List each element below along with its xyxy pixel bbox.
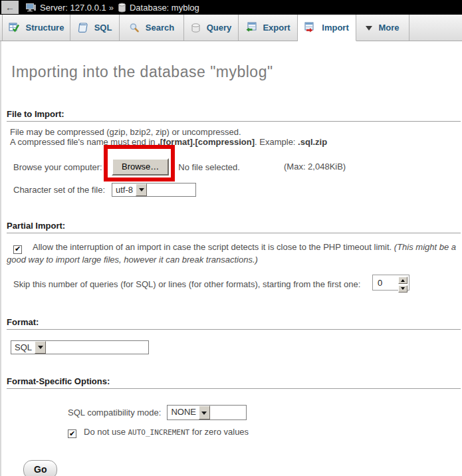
- help-line2-example: .sql.zip: [298, 137, 327, 147]
- go-button[interactable]: Go: [23, 460, 57, 476]
- tab-export[interactable]: Export: [239, 15, 298, 41]
- tab-label: Search: [146, 23, 174, 33]
- spinner-down-icon[interactable]: [398, 285, 407, 293]
- page-title: Importing into the database "myblog": [1, 41, 462, 81]
- tab-label: More: [378, 23, 399, 33]
- import-form: Importing into the database "myblog" Fil…: [0, 41, 462, 476]
- tab-more[interactable]: More: [356, 15, 409, 41]
- sql-compatibility-select[interactable]: NONE: [167, 405, 247, 420]
- section-heading-format: Format:: [7, 317, 461, 330]
- section-heading-file-to-import: File to Import:: [7, 109, 461, 122]
- tab-label: Query: [207, 23, 232, 33]
- tab-label: Import: [322, 23, 348, 33]
- query-icon: [191, 23, 201, 33]
- sql-compatibility-row: SQL compatibility mode: NONE: [1, 405, 462, 421]
- auto-increment-suffix: for zero values: [189, 427, 249, 437]
- allow-interruption-checkbox[interactable]: [13, 245, 22, 254]
- tab-label: SQL: [94, 23, 112, 33]
- format-select-row: SQL: [1, 340, 462, 354]
- help-line1: File may be compressed (gzip, bzip2, zip…: [10, 127, 241, 137]
- tab-structure[interactable]: Structure: [2, 15, 70, 41]
- tab-label: Export: [263, 23, 290, 33]
- browse-button[interactable]: Browse…: [112, 158, 169, 176]
- export-icon: [245, 22, 257, 33]
- breadcrumb-separator: »: [109, 3, 114, 13]
- tab-label: Structure: [26, 23, 64, 33]
- format-select[interactable]: SQL: [11, 340, 149, 354]
- auto-increment-prefix: Do not use: [84, 427, 128, 437]
- tab-navigation: Structure SQL Search: [0, 15, 462, 41]
- back-button[interactable]: ←: [1, 1, 19, 14]
- server-breadcrumb-bar: ← Server: 127.0.0.1 » Database: myblog: [0, 0, 462, 15]
- tab-import[interactable]: Import: [298, 15, 356, 41]
- phpmyadmin-import-page: ← Server: 127.0.0.1 » Database: myblog: [0, 0, 462, 476]
- tab-query[interactable]: Query: [184, 15, 239, 41]
- file-import-help-text: File may be compressed (gzip, bzip2, zip…: [10, 127, 459, 147]
- sql-compatibility-label: SQL compatibility mode:: [68, 408, 161, 417]
- search-icon: [129, 23, 140, 33]
- browse-file-row: Browse your computer: Browse… No file se…: [1, 158, 462, 176]
- sql-compatibility-value: NONE: [168, 406, 199, 419]
- skip-queries-value: 0: [373, 275, 397, 290]
- database-icon: [118, 3, 126, 13]
- browse-label: Browse your computer:: [13, 162, 112, 172]
- section-heading-partial-import: Partial Import:: [7, 221, 461, 233]
- help-line2-mid: . Example:: [255, 137, 298, 147]
- allow-interruption-text: Allow the interruption of an import in c…: [33, 242, 394, 252]
- spinner-buttons: [397, 275, 409, 290]
- dropdown-arrow-icon[interactable]: [199, 406, 210, 419]
- no-file-selected-text: No file selected.: [178, 162, 240, 172]
- server-icon: [25, 3, 37, 13]
- partial-import-option: Allow the interruption of an import in c…: [7, 241, 459, 265]
- help-line2-prefix: A compressed file's name must end in: [10, 137, 158, 147]
- left-arrow-icon: ←: [5, 3, 15, 12]
- charset-row: Character set of the file: utf-8: [1, 182, 462, 197]
- tab-search[interactable]: Search: [120, 15, 184, 41]
- format-selected-value: SQL: [11, 341, 35, 354]
- section-heading-format-options: Format-Specific Options:: [7, 376, 461, 389]
- spinner-up-icon[interactable]: [398, 277, 407, 284]
- auto-increment-code: AUTO_INCREMENT: [128, 428, 190, 437]
- chevron-down-icon: [366, 22, 372, 34]
- max-upload-size: (Max: 2,048KiB): [284, 162, 346, 172]
- tab-sql[interactable]: SQL: [70, 15, 120, 41]
- dropdown-arrow-icon[interactable]: [136, 183, 147, 196]
- dropdown-arrow-icon[interactable]: [35, 341, 46, 354]
- charset-select[interactable]: utf-8: [112, 183, 196, 197]
- skip-queries-label: Skip this number of queries (for SQL) or…: [13, 279, 360, 289]
- charset-selected-value: utf-8: [112, 183, 136, 196]
- skip-queries-row: Skip this number of queries (for SQL) or…: [1, 276, 462, 293]
- go-row: Go: [1, 460, 462, 476]
- breadcrumb-server-link[interactable]: Server: 127.0.0.1: [40, 3, 106, 13]
- auto-increment-checkbox[interactable]: [68, 429, 76, 438]
- charset-label: Character set of the file:: [13, 185, 112, 195]
- structure-icon: [9, 22, 20, 33]
- help-line2-format: .[format].[compression]: [158, 137, 255, 147]
- auto-increment-row: Do not use AUTO_INCREMENT for zero value…: [1, 427, 462, 439]
- sql-icon: [78, 22, 88, 33]
- import-icon: [304, 22, 316, 33]
- skip-queries-input[interactable]: 0: [372, 275, 409, 291]
- breadcrumb-database-link[interactable]: Database: myblog: [130, 3, 199, 13]
